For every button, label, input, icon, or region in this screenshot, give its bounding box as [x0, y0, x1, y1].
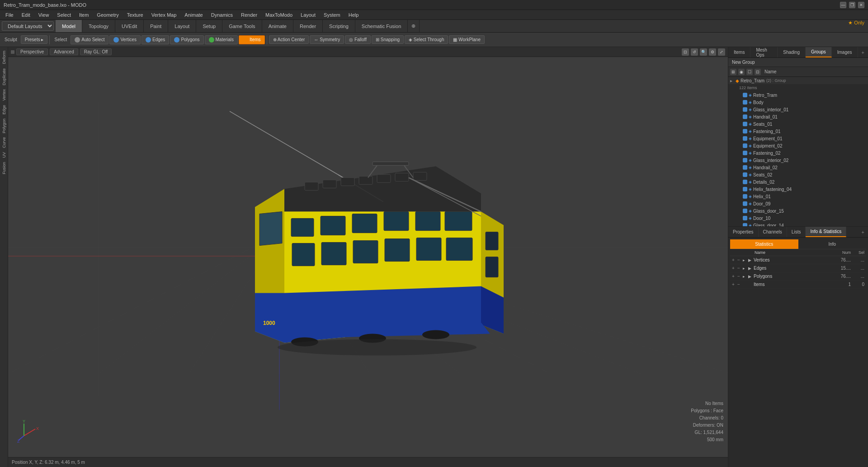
- viewport-raygl-button[interactable]: Ray GL: Off: [80, 48, 112, 55]
- viewport-fit-icon[interactable]: ⊡: [682, 48, 689, 56]
- viewport-refresh-icon[interactable]: ↺: [691, 48, 698, 56]
- rp-btab-channels[interactable]: Channels: [759, 227, 787, 237]
- tab-gametools[interactable]: Game Tools: [222, 20, 262, 32]
- stat-minus-icon[interactable]: −: [737, 282, 743, 287]
- tree-checkbox[interactable]: [743, 158, 747, 162]
- rp-tab-shading[interactable]: Shading: [778, 47, 806, 57]
- sidebar-item-polygon[interactable]: Polygon: [1, 117, 7, 135]
- menu-help[interactable]: Help: [345, 11, 363, 19]
- menu-file[interactable]: File: [2, 11, 17, 19]
- stat-tri-icon[interactable]: ▶: [748, 266, 754, 271]
- tree-checkbox[interactable]: [743, 209, 747, 213]
- tab-uvedit[interactable]: UVEdit: [115, 20, 144, 32]
- tree-checkbox[interactable]: [743, 216, 747, 220]
- minimize-button[interactable]: —: [840, 2, 846, 8]
- menu-dynamics[interactable]: Dynamics: [208, 11, 236, 19]
- stat-minus-icon[interactable]: −: [737, 274, 743, 279]
- rp-tab-items[interactable]: Items: [728, 47, 750, 57]
- stat-add-icon[interactable]: +: [732, 274, 737, 279]
- layout-dropdown[interactable]: Default Layouts: [2, 21, 54, 31]
- viewport-settings-icon[interactable]: ⚙: [709, 48, 716, 56]
- sidebar-item-edge[interactable]: Edge: [1, 103, 7, 116]
- tree-header-icon-4[interactable]: ⊡: [755, 69, 761, 75]
- tab-animate[interactable]: Animate: [262, 20, 293, 32]
- stat-arrow-icon[interactable]: ▸: [743, 274, 748, 279]
- auto-select-button[interactable]: Auto Select: [71, 35, 108, 44]
- stat-add-icon[interactable]: +: [732, 257, 737, 262]
- tree-checkbox[interactable]: [743, 100, 747, 105]
- tree-checkbox[interactable]: [743, 151, 747, 155]
- menu-render[interactable]: Render: [237, 11, 261, 19]
- sidebar-item-uv[interactable]: UV: [1, 150, 7, 160]
- sidebar-item-deform[interactable]: Deform: [1, 49, 7, 66]
- rp-btab-info-statistics[interactable]: Info & Statistics: [806, 227, 846, 237]
- tab-paint[interactable]: Paint: [144, 20, 168, 32]
- close-button[interactable]: ✕: [858, 2, 864, 8]
- snapping-button[interactable]: ⊞ Snapping: [372, 35, 404, 44]
- sidebar-item-vertex[interactable]: Vertex: [1, 87, 7, 103]
- tree-header-icon-1[interactable]: ⊞: [730, 69, 736, 75]
- tree-item-glass-door-14[interactable]: ◈ Glass_door_14: [728, 222, 868, 226]
- menu-geometry[interactable]: Geometry: [93, 11, 122, 19]
- tab-render[interactable]: Render: [293, 20, 323, 32]
- tree-checkbox[interactable]: [743, 165, 747, 170]
- tree-item-fastening-02[interactable]: ◈ Fastening_02: [728, 149, 868, 157]
- action-center-button[interactable]: ⊕ Action Center: [269, 35, 309, 44]
- viewport-perspective-button[interactable]: Perspective: [16, 48, 48, 55]
- stat-row-polygons[interactable]: + − ▸ ▶ Polygons 76.... ...: [730, 272, 866, 281]
- tab-layout[interactable]: Layout: [168, 20, 196, 32]
- tree-item-equipment-02[interactable]: ◈ Equipment_02: [728, 142, 868, 149]
- materials-button[interactable]: Materials: [205, 35, 238, 44]
- tree-checkbox[interactable]: [743, 194, 747, 199]
- items-button[interactable]: Items: [239, 35, 264, 44]
- stat-row-items[interactable]: + − Items 1 0: [730, 281, 866, 289]
- tree-header-icon-3[interactable]: ☐: [746, 69, 753, 75]
- tree-checkbox[interactable]: [743, 201, 747, 206]
- menu-view[interactable]: View: [35, 11, 53, 19]
- viewport-menu-icon[interactable]: [11, 50, 14, 54]
- tree-item-door-09[interactable]: ◈ Door_09: [728, 200, 868, 207]
- viewport-maximize-icon[interactable]: ⤢: [718, 48, 725, 56]
- menu-maxtomodo[interactable]: MaxToModo: [262, 11, 296, 19]
- tree-item-retro-tram-group[interactable]: ▸ ◆ Retro_Tram (2) : Group: [728, 77, 868, 84]
- tab-schematic-fusion[interactable]: Schematic Fusion: [355, 20, 408, 32]
- new-group-button[interactable]: New Group: [728, 58, 868, 67]
- tree-header-icon-2[interactable]: ◉: [738, 69, 745, 75]
- viewport-advanced-button[interactable]: Advanced: [50, 48, 78, 55]
- rp-tab-meshops[interactable]: Mesh Ops: [750, 47, 778, 57]
- presets-button[interactable]: Presets ▸: [21, 35, 48, 44]
- menu-edit[interactable]: Edit: [18, 11, 34, 19]
- tree-item-fastening-01[interactable]: ◈ Fastening_01: [728, 128, 868, 135]
- sidebar-item-duplicate[interactable]: Duplicate: [1, 67, 7, 87]
- menu-vertexmap[interactable]: Vertex Map: [148, 11, 180, 19]
- tree-item-glass-interior-01[interactable]: ◈ Glass_interior_01: [728, 106, 868, 113]
- tree-item-glass-interior-02[interactable]: ◈ Glass_interior_02: [728, 157, 868, 164]
- tab-add-icon[interactable]: ⊕: [408, 20, 420, 32]
- tree-checkbox[interactable]: [743, 172, 747, 177]
- tree-item-door-10[interactable]: ◈ Door_10: [728, 214, 868, 222]
- stat-add-icon[interactable]: +: [732, 282, 737, 287]
- tree-checkbox[interactable]: [743, 187, 747, 191]
- tree-item-seats-02[interactable]: ◈ Seats_02: [728, 171, 868, 178]
- tree-item-retro-tram-mesh[interactable]: ◈ Retro_Tram: [728, 91, 868, 99]
- tree-item-helix-01[interactable]: ◈ Helix_01: [728, 193, 868, 200]
- menu-select[interactable]: Select: [53, 11, 75, 19]
- sidebar-item-fusion[interactable]: Fusion: [1, 160, 7, 176]
- tree-item-helix-fastening-04[interactable]: ◈ Helix_fastening_04: [728, 186, 868, 193]
- stat-arrow-icon[interactable]: ▸: [743, 258, 748, 262]
- tree-checkbox[interactable]: [743, 223, 747, 226]
- vertices-button[interactable]: Vertices: [109, 35, 141, 44]
- stat-tri-icon[interactable]: ▶: [748, 274, 754, 279]
- tree-checkbox[interactable]: [743, 107, 747, 112]
- viewport-zoom-icon[interactable]: 🔍: [700, 48, 707, 56]
- tree-checkbox[interactable]: [743, 93, 747, 97]
- rp-btab-lists[interactable]: Lists: [787, 227, 806, 237]
- stat-add-icon[interactable]: +: [732, 266, 737, 271]
- tree-item-equipment-01[interactable]: ◈ Equipment_01: [728, 135, 868, 142]
- select-through-button[interactable]: ◈ Select Through: [405, 35, 448, 44]
- tree-checkbox[interactable]: [743, 114, 747, 119]
- stat-minus-icon[interactable]: −: [737, 266, 743, 271]
- polygons-button[interactable]: Polygons: [170, 35, 203, 44]
- tree-item-handrail-02[interactable]: ◈ Handrail_02: [728, 164, 868, 171]
- edges-button[interactable]: Edges: [142, 35, 169, 44]
